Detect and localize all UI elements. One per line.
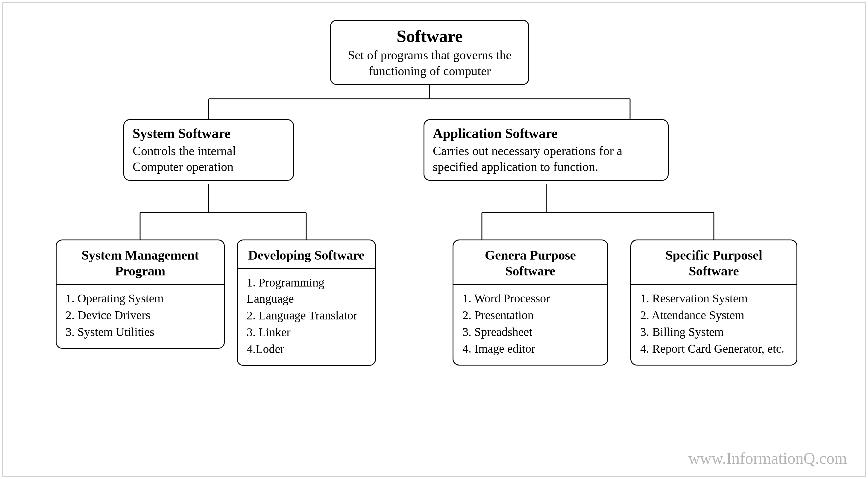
leaf-items: 1. Word Processor 2. Presentation 3. Spr… (462, 290, 598, 357)
diagram-frame: Software Set of programs that governs th… (2, 2, 866, 477)
list-item: 3. Billing System (640, 324, 787, 340)
list-item: 3. System Utilities (66, 324, 215, 340)
divider (631, 284, 797, 285)
node-software-title: Software (339, 26, 520, 46)
node-general-purpose-software: Genera Purpose Software 1. Word Processo… (453, 239, 608, 365)
node-application-software-title: Application Software (433, 125, 659, 141)
node-system-software-desc: Controls the internal Computer operation (133, 143, 285, 175)
node-system-management-program: System Management Program 1. Operating S… (56, 239, 225, 349)
list-item: 3. Linker (247, 324, 366, 340)
node-developing-software: Developing Software 1. Programming Langu… (237, 239, 376, 366)
list-item: 2. Presentation (462, 307, 598, 323)
node-software: Software Set of programs that governs th… (330, 20, 529, 85)
node-application-software: Application Software Carries out necessa… (424, 119, 669, 181)
leaf-title: Specific Purposel Software (640, 247, 787, 284)
node-application-software-desc: Carries out necessary operations for a s… (433, 143, 659, 175)
list-item: 2. Language Translator (247, 307, 366, 324)
leaf-title: Developing Software (247, 247, 366, 268)
leaf-items: 1. Operating System 2. Device Drivers 3.… (66, 290, 215, 340)
list-item: 4.Loder (247, 341, 366, 357)
list-item: 1. Reservation System (640, 290, 787, 306)
node-system-software: System Software Controls the internal Co… (123, 119, 294, 181)
list-item: 4. Image editor (462, 341, 598, 357)
list-item: 4. Report Card Generator, etc. (640, 341, 787, 357)
list-item: 2. Device Drivers (66, 307, 215, 323)
list-item: 1. Operating System (66, 290, 215, 306)
node-system-software-title: System Software (133, 125, 285, 141)
leaf-title: System Management Program (66, 247, 215, 284)
leaf-items: 1. Reservation System 2. Attendance Syst… (640, 290, 787, 357)
list-item: 3. Spreadsheet (462, 324, 598, 340)
list-item: 1. Word Processor (462, 290, 598, 306)
watermark: www.InformationQ.com (688, 449, 847, 468)
divider (57, 284, 224, 285)
list-item: 1. Programming Language (247, 274, 366, 307)
divider (454, 284, 607, 285)
divider (238, 268, 375, 269)
node-software-desc: Set of programs that governs the functio… (339, 47, 520, 79)
leaf-title: Genera Purpose Software (462, 247, 598, 284)
leaf-items: 1. Programming Language 2. Language Tran… (247, 274, 366, 357)
list-item: 2. Attendance System (640, 307, 787, 323)
node-specific-purpose-software: Specific Purposel Software 1. Reservatio… (630, 239, 797, 365)
